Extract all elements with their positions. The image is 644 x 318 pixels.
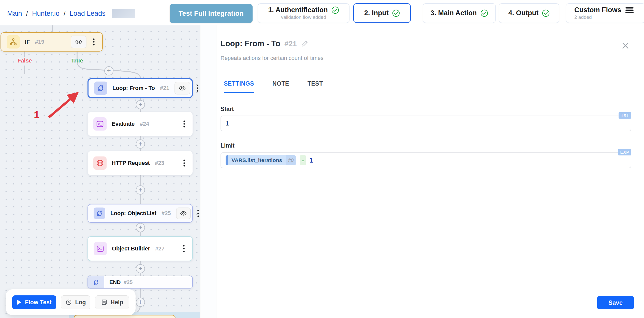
annotation-number: 1 xyxy=(34,109,39,121)
kebab-menu-icon[interactable] xyxy=(181,242,187,255)
step-title: Custom Flows xyxy=(574,6,621,14)
kebab-menu-icon[interactable] xyxy=(181,118,187,130)
tab-note[interactable]: NOTE xyxy=(272,80,289,93)
node-id: #25 xyxy=(162,210,171,217)
loop-icon xyxy=(88,276,104,288)
loop-icon xyxy=(94,208,105,219)
terminal-icon xyxy=(93,117,107,131)
log-label: Log xyxy=(75,299,86,306)
tab-test[interactable]: TEST xyxy=(308,80,323,93)
flow-canvas[interactable]: False True IF #19 Loop: From - To xyxy=(0,25,200,318)
node-label: Loop: From - To xyxy=(112,85,155,91)
node-label: IF xyxy=(25,39,30,45)
node-loop-from-to[interactable]: Loop: From - To #21 xyxy=(87,78,193,98)
kebab-menu-icon[interactable] xyxy=(195,82,200,94)
node-if[interactable]: IF #19 xyxy=(1,32,103,52)
node-label: Loop: Object/List xyxy=(110,210,156,217)
kebab-menu-icon[interactable] xyxy=(91,36,97,48)
flow-test-button[interactable]: Flow Test xyxy=(12,295,56,309)
add-step-button[interactable]: + xyxy=(136,100,145,109)
step-card-output[interactable]: 4. Output xyxy=(499,3,559,23)
kebab-menu-icon[interactable] xyxy=(195,207,200,220)
check-circle-icon xyxy=(331,6,339,14)
add-step-button[interactable]: + xyxy=(136,223,145,232)
panel-subtitle: Repeats actions for certain count of tim… xyxy=(221,55,324,61)
document-icon xyxy=(101,299,108,306)
branch-label-true: True xyxy=(71,57,83,64)
app-window: Main / Hunter.io / Load Leads Test Full … xyxy=(0,0,644,318)
step-card-authentification[interactable]: 1. Authentification validation flow adde… xyxy=(258,3,349,23)
check-circle-icon xyxy=(392,9,400,17)
step-card-custom-flows[interactable]: Custom Flows 2 added xyxy=(566,3,644,23)
add-step-button[interactable]: + xyxy=(136,139,145,149)
add-step-button[interactable]: + xyxy=(136,264,145,273)
edit-pencil-icon[interactable] xyxy=(301,39,309,47)
start-input[interactable] xyxy=(221,116,631,131)
clock-icon xyxy=(65,299,72,306)
breadcrumb-separator: / xyxy=(64,10,66,18)
node-id: #19 xyxy=(35,39,45,45)
node-label: Object Builder xyxy=(112,245,150,252)
branch-icon xyxy=(7,35,20,49)
token-function-badge[interactable]: f:0 xyxy=(286,155,296,165)
variable-token-chip[interactable]: VARS.list_iterations f:0 xyxy=(226,155,296,165)
add-step-button[interactable]: + xyxy=(136,185,145,195)
log-button[interactable]: Log xyxy=(61,295,90,309)
step-subtitle: validation flow added xyxy=(281,14,326,20)
close-icon[interactable] xyxy=(621,41,630,50)
type-badge-txt[interactable]: TXT xyxy=(619,112,631,119)
add-step-button[interactable]: + xyxy=(104,66,113,75)
node-object-builder[interactable]: Object Builder #27 xyxy=(87,236,193,261)
canvas-toolbar: Flow Test Log Help xyxy=(6,289,136,315)
step-title: 3. Main Action xyxy=(430,9,477,17)
canvas-gutter xyxy=(201,25,216,318)
panel-tabs: SETTINGS NOTE TEST xyxy=(224,80,323,93)
save-button[interactable]: Save xyxy=(597,296,634,309)
node-id: #27 xyxy=(155,245,165,252)
kebab-menu-icon[interactable] xyxy=(181,157,187,169)
tabs-underline xyxy=(224,94,314,94)
tab-settings[interactable]: SETTINGS xyxy=(224,80,254,93)
breadcrumb-separator: / xyxy=(26,10,28,18)
terminal-icon xyxy=(94,242,107,255)
limit-field-label: Limit xyxy=(221,142,235,149)
node-id: #21 xyxy=(160,85,169,91)
help-button[interactable]: Help xyxy=(95,295,129,309)
type-badge-exp[interactable]: EXP xyxy=(618,149,631,155)
node-evaluate[interactable]: Evaluate #24 xyxy=(87,112,193,136)
operator-minus: - xyxy=(300,155,306,165)
panel-title: Loop: From - To xyxy=(221,39,280,48)
node-loop-object-list[interactable]: Loop: Object/List #25 xyxy=(87,204,193,223)
panel-header: Loop: From - To #21 xyxy=(221,38,309,48)
node-id: #25 xyxy=(124,279,133,285)
detail-panel xyxy=(216,25,644,318)
node-partial-bottom[interactable] xyxy=(74,315,175,318)
step-title: 1. Authentification xyxy=(268,6,328,14)
token-accent-bar xyxy=(226,155,228,165)
panel-footer-divider xyxy=(216,290,644,290)
node-label: END xyxy=(109,279,121,285)
redacted-blur xyxy=(112,9,135,18)
step-card-main-action[interactable]: 3. Main Action xyxy=(423,3,496,23)
eye-button[interactable] xyxy=(174,82,190,94)
eye-button[interactable] xyxy=(176,208,191,219)
node-id: #23 xyxy=(155,160,164,166)
eye-button[interactable] xyxy=(71,36,86,48)
breadcrumb: Main / Hunter.io / Load Leads xyxy=(7,9,135,18)
flow-test-label: Flow Test xyxy=(25,299,51,306)
breadcrumb-load-leads[interactable]: Load Leads xyxy=(70,10,106,18)
branch-label-false: False xyxy=(18,57,32,64)
add-step-button[interactable]: + xyxy=(136,298,145,307)
test-full-integration-button[interactable]: Test Full Integration xyxy=(170,4,253,23)
globe-icon xyxy=(93,156,107,170)
node-id: #24 xyxy=(140,121,149,127)
limit-input[interactable]: VARS.list_iterations f:0 - 1 xyxy=(221,152,631,168)
node-end[interactable]: END #25 xyxy=(87,276,193,289)
node-http-request[interactable]: HTTP Request #23 xyxy=(87,151,193,175)
breadcrumb-hunterio[interactable]: Hunter.io xyxy=(32,10,60,18)
check-circle-icon xyxy=(480,9,488,17)
step-card-input[interactable]: 2. Input xyxy=(353,3,411,23)
breadcrumb-main[interactable]: Main xyxy=(7,10,22,18)
check-circle-icon xyxy=(542,9,550,17)
hamburger-menu-icon[interactable] xyxy=(625,7,634,14)
